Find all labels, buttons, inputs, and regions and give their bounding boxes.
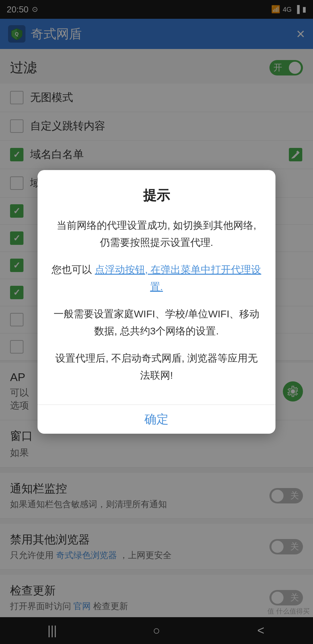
dialog-actions: 确定 <box>38 405 275 434</box>
dialog-p2-link[interactable]: 点浮动按钮, 在弹出菜单中打开代理设置. <box>95 264 261 292</box>
dialog-p2-prefix: 您也可以 <box>52 264 92 275</box>
dialog: 提示 当前网络的代理设置成功, 如切换到其他网络, 仍需要按照提示设置代理. 您… <box>38 170 275 434</box>
dialog-paragraph-3: 一般需要设置家庭WIFI、学校/单位WIFI、移动数据, 总共约3个网络的设置. <box>51 305 262 339</box>
dialog-overlay: 提示 当前网络的代理设置成功, 如切换到其他网络, 仍需要按照提示设置代理. 您… <box>0 0 313 644</box>
dialog-paragraph-1: 当前网络的代理设置成功, 如切换到其他网络, 仍需要按照提示设置代理. <box>51 217 262 251</box>
dialog-paragraph-4: 设置代理后, 不启动奇式网盾, 浏览器等应用无法联网! <box>51 350 262 384</box>
dialog-title: 提示 <box>51 186 262 205</box>
dialog-paragraph-2: 您也可以 点浮动按钮, 在弹出菜单中打开代理设置. <box>51 261 262 295</box>
dialog-body: 提示 当前网络的代理设置成功, 如切换到其他网络, 仍需要按照提示设置代理. 您… <box>38 170 275 405</box>
dialog-confirm-button[interactable]: 确定 <box>38 405 275 434</box>
